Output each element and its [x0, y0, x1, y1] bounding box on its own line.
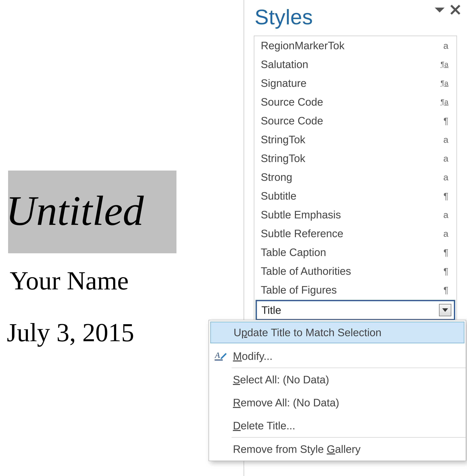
- context-menu-item[interactable]: AModify...: [209, 345, 466, 367]
- menu-item-label: Remove All: (No Data): [232, 396, 339, 409]
- style-dropdown-button[interactable]: [439, 304, 451, 316]
- style-type-indicator-icon: a: [437, 153, 448, 164]
- style-type-indicator-icon: a: [437, 228, 448, 239]
- style-type-indicator-icon: a: [437, 134, 448, 145]
- style-name-label: Table of Authorities: [261, 265, 351, 277]
- style-name-label: Subtle Emphasis: [261, 208, 341, 221]
- close-icon[interactable]: [451, 5, 460, 14]
- style-row[interactable]: StringToka: [254, 130, 456, 149]
- style-row[interactable]: Salutation¶a: [254, 55, 456, 74]
- style-type-indicator-icon: ¶: [437, 266, 448, 276]
- svg-marker-0: [435, 8, 444, 13]
- svg-rect-6: [215, 359, 223, 360]
- styles-list: RegionMarkerTokaSalutation¶aSignature¶aS…: [254, 36, 457, 323]
- document-title-text[interactable]: Untitled: [6, 190, 144, 232]
- style-row[interactable]: Subtle Emphasisa: [254, 205, 456, 224]
- svg-text:A: A: [214, 351, 220, 360]
- document-author-text[interactable]: Your Name: [10, 266, 129, 296]
- style-name-label: Strong: [261, 171, 292, 183]
- style-name-label: RegionMarkerTok: [261, 39, 344, 52]
- style-row[interactable]: RegionMarkerToka: [254, 36, 456, 55]
- context-menu-item[interactable]: Remove All: (No Data): [209, 391, 466, 414]
- style-type-indicator-icon: ¶a: [437, 99, 448, 105]
- style-row[interactable]: Table Caption¶: [254, 243, 456, 262]
- style-type-indicator-icon: ¶: [437, 116, 448, 126]
- style-row[interactable]: Source Code¶a: [254, 93, 456, 111]
- context-menu-item[interactable]: Select All: (No Data): [209, 368, 466, 391]
- style-row[interactable]: Source Code¶: [254, 111, 456, 130]
- style-name-label: StringTok: [261, 152, 305, 164]
- svg-marker-5: [221, 353, 227, 359]
- style-type-indicator-icon: ¶a: [437, 61, 448, 67]
- style-type-indicator-icon: ¶a: [437, 80, 448, 86]
- style-name-label: Source Code: [261, 96, 323, 108]
- style-name-label: StringTok: [261, 133, 305, 146]
- style-name-label: Table of Figures: [261, 284, 337, 296]
- style-type-indicator-icon: a: [437, 209, 448, 220]
- style-name-label: Title: [261, 304, 281, 316]
- style-row[interactable]: Subtle Referencea: [254, 224, 456, 243]
- style-row[interactable]: Stronga: [254, 168, 456, 187]
- style-row[interactable]: Signature¶a: [254, 74, 456, 93]
- style-row[interactable]: Subtitle¶: [254, 187, 456, 205]
- style-type-indicator-icon: ¶: [437, 285, 448, 295]
- style-row[interactable]: StringToka: [254, 149, 456, 168]
- modify-style-icon: A: [209, 350, 232, 362]
- menu-item-label: Select All: (No Data): [232, 373, 329, 386]
- style-row[interactable]: Table of Authorities¶: [254, 262, 456, 280]
- context-menu-item[interactable]: Remove from Style Gallery: [209, 438, 466, 461]
- context-menu-item[interactable]: Update Title to Match Selection: [210, 322, 464, 343]
- styles-pane-title: Styles: [255, 0, 467, 29]
- menu-item-label: Modify...: [232, 350, 272, 362]
- style-name-label: Subtle Reference: [261, 227, 343, 240]
- style-type-indicator-icon: a: [437, 172, 448, 182]
- pane-options-dropdown-icon[interactable]: [434, 6, 445, 14]
- styles-pane-header: Styles: [244, 0, 467, 36]
- document-date-text[interactable]: July 3, 2015: [7, 318, 134, 348]
- menu-item-label: Delete Title...: [232, 420, 295, 432]
- style-row-title-selected[interactable]: Title: [256, 300, 455, 320]
- style-context-menu: Update Title to Match SelectionAModify..…: [208, 320, 466, 461]
- style-name-label: Subtitle: [261, 190, 296, 202]
- style-type-indicator-icon: ¶: [437, 247, 448, 258]
- style-name-label: Source Code: [261, 115, 323, 127]
- style-type-indicator-icon: a: [437, 40, 448, 51]
- menu-item-label: Update Title to Match Selection: [232, 326, 382, 339]
- svg-marker-3: [442, 308, 448, 312]
- style-name-label: Signature: [261, 77, 307, 89]
- style-row[interactable]: Table of Figures¶: [254, 280, 456, 299]
- menu-item-label: Remove from Style Gallery: [232, 443, 361, 455]
- style-type-indicator-icon: ¶: [437, 191, 448, 201]
- style-name-label: Table Caption: [261, 246, 326, 258]
- context-menu-item[interactable]: Delete Title...: [209, 414, 466, 437]
- style-name-label: Salutation: [261, 58, 308, 70]
